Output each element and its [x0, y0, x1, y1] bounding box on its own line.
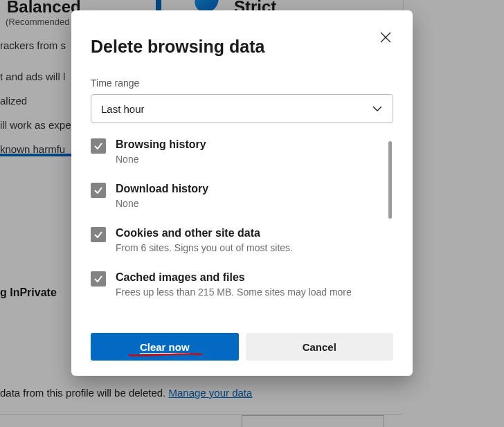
chevron-down-icon	[372, 103, 383, 114]
time-range-select[interactable]: Last hour	[91, 94, 393, 123]
scrollbar[interactable]	[388, 141, 392, 219]
time-range-label: Time range	[91, 78, 393, 89]
checkbox-cache[interactable]	[91, 271, 106, 287]
item-title: Download history	[116, 183, 208, 195]
modal-buttons: Clear now Cancel	[91, 333, 393, 361]
list-item: Download history None	[91, 183, 393, 209]
list-item: Cached images and files Frees up less th…	[91, 271, 393, 298]
item-sub: Frees up less than 215 MB. Some sites ma…	[116, 287, 352, 298]
clear-now-button[interactable]: Clear now	[91, 333, 239, 361]
data-types-list: Browsing history None Download history N…	[91, 138, 393, 320]
check-icon	[93, 185, 103, 195]
close-button[interactable]	[375, 27, 396, 48]
item-title: Browsing history	[116, 138, 206, 151]
list-item: Cookies and other site data From 6 sites…	[91, 227, 393, 253]
delete-browsing-data-modal: Delete browsing data Time range Last hou…	[71, 10, 413, 376]
time-range-value: Last hour	[101, 103, 145, 115]
check-icon	[93, 141, 103, 151]
item-sub: From 6 sites. Signs you out of most site…	[116, 242, 293, 253]
check-icon	[93, 230, 103, 239]
item-title: Cookies and other site data	[116, 227, 293, 239]
cancel-button[interactable]: Cancel	[246, 333, 394, 361]
checkbox-cookies[interactable]	[91, 227, 106, 242]
modal-title: Delete browsing data	[91, 37, 393, 57]
checkbox-download-history[interactable]	[91, 183, 106, 198]
item-sub: None	[116, 198, 208, 209]
check-icon	[93, 274, 103, 284]
close-icon	[380, 32, 391, 43]
item-sub: None	[116, 154, 206, 165]
list-item: Browsing history None	[91, 138, 393, 165]
checkbox-browsing-history[interactable]	[91, 138, 106, 154]
item-title: Cached images and files	[116, 271, 352, 284]
